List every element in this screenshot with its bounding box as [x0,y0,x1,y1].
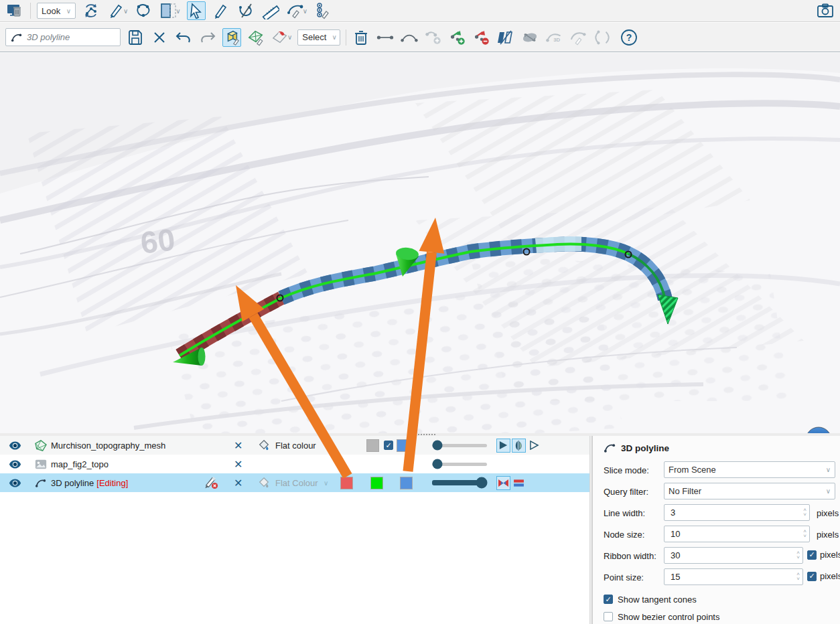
ribbon-width-input[interactable]: 30 ˄˅ [664,547,803,564]
spinner-buttons[interactable]: ˄˅ [796,550,800,560]
layer-row-map-image[interactable]: map_fig2_topo ✕ [0,455,589,473]
select-mode-label: Select [302,32,326,42]
remove-layer-button[interactable]: ✕ [234,455,242,473]
disc-icon [521,29,539,46]
3d-curve-button[interactable]: 3D [545,28,563,47]
slicer-box-button[interactable] [159,1,178,20]
opacity-slider[interactable] [432,436,487,455]
help-button[interactable]: ? [620,28,638,47]
look-dropdown[interactable]: Look ∨ [37,3,76,19]
draw-on-slicer-button[interactable] [222,28,241,47]
arc-icon [401,32,418,43]
delete-selection-button[interactable] [352,28,370,47]
draw-lines-button[interactable] [212,1,230,20]
show-tangent-cones-row[interactable]: ✓ Show tangent cones [604,594,832,605]
chevron-down-icon[interactable]: ∨ [303,7,307,15]
toolbar-separator [346,29,346,46]
splitter-grip [410,434,437,435]
undo-button[interactable] [174,28,193,47]
discard-button[interactable] [150,28,169,47]
ribbon-style-options [496,473,527,492]
snapping-button[interactable] [271,28,289,47]
spinner-buttons[interactable]: ˄˅ [803,508,807,517]
line-width-input[interactable]: 3 ˄˅ [664,504,810,521]
remove-node-button[interactable] [472,28,491,47]
ribbon-colour-swatch-blue[interactable] [400,473,413,492]
render-back-faces-button[interactable] [527,439,541,453]
opacity-slider[interactable] [432,455,487,473]
disc-button[interactable] [520,28,539,47]
clear-scene-button[interactable] [5,1,24,20]
draw-polyline-slash-button[interactable] [236,1,255,20]
select-cursor-button[interactable] [187,1,206,20]
select-mode-dropdown[interactable]: Select ∨ [297,29,340,46]
toolbar-separator [30,3,31,19]
screenshot-button[interactable] [816,1,835,20]
show-bezier-row[interactable]: ✓ Show bezier control points [604,611,832,622]
curved-segment-button[interactable] [400,28,419,47]
polyline-loop-button[interactable] [134,1,153,20]
chevron-down-icon[interactable]: ∨ [287,33,292,41]
edit-points-button[interactable] [313,1,332,20]
straight-segment-button[interactable] [376,28,395,47]
ribbon-pixels-checkbox[interactable]: ✓ [807,550,817,560]
render-both-faces-button[interactable] [512,439,526,453]
opacity-slider[interactable] [432,473,487,492]
save-button[interactable] [126,28,145,47]
chevron-down-icon[interactable]: ∨ [123,7,128,15]
points-pencil-icon [315,2,331,19]
show-tangent-cones-label: Show tangent cones [618,595,697,605]
redo-button[interactable] [198,28,217,47]
draw-slicer-button[interactable] [107,1,125,20]
visibility-eye-icon[interactable] [9,473,21,492]
main-toolbar: Look ∨ ∨ [0,0,840,22]
slice-mode-dropdown[interactable]: From Scene ∨ [664,461,835,478]
chevron-down-icon[interactable]: ∨ [176,7,180,15]
colour-mode-label[interactable]: Flat colour [275,436,316,455]
flip-plane-button[interactable] [496,28,515,47]
bezier-button[interactable] [593,28,612,47]
show-bezier-checkbox[interactable]: ✓ [604,612,613,621]
point-pixels-checkbox[interactable]: ✓ [807,572,817,581]
polyline-name-field[interactable]: 3D polyline [5,28,121,46]
scene-viewport[interactable]: 60 [0,53,840,433]
point-size-row: Point size: 15 ˄˅ ✓ pixels [602,568,832,590]
point-size-input[interactable]: 15 ˄˅ [664,568,803,585]
stop-editing-button[interactable] [204,473,219,492]
visibility-eye-icon[interactable] [9,436,21,455]
ribbon-stripes-style-button[interactable] [512,476,526,490]
chevron-down-icon[interactable]: ∨ [324,473,328,492]
render-front-faces-button[interactable] [496,439,510,453]
query-filter-dropdown[interactable]: No Filter ∨ [664,483,835,499]
colour-mode-label[interactable]: Flat Colour [275,473,318,492]
show-tangent-cones-checkbox[interactable]: ✓ [604,595,613,604]
draw-curve-button[interactable] [286,1,305,20]
visibility-eye-icon[interactable] [9,455,21,473]
spinner-buttons[interactable]: ˄˅ [796,572,800,581]
line-colour-swatch-red[interactable] [340,473,353,492]
add-node-button[interactable] [448,28,467,47]
draw-on-mesh-button[interactable] [247,28,265,47]
flip-plane-icon [497,29,514,46]
terrain-contour-label: 60 [139,222,177,260]
ribbon-bowtie-style-button[interactable] [496,476,510,490]
two-sided-checkbox[interactable]: ✓ [384,436,393,455]
layer-row-3d-polyline[interactable]: 3D polyline [Editing] ✕ Flat Colour ∨ [0,473,589,492]
spinner-buttons[interactable]: ˄˅ [803,529,807,538]
remove-layer-button[interactable]: ✕ [234,473,242,492]
back-colour-swatch[interactable] [366,436,379,455]
draw-tangent-button[interactable] [569,28,587,47]
new-part-button[interactable] [424,28,443,47]
layer-row-topography-mesh[interactable]: Murchison_topography_mesh ✕ Flat colour … [0,436,589,455]
remove-layer-button[interactable]: ✕ [234,436,242,455]
pixels-label: pixels [817,530,839,540]
line-width-row: Line width: 3 ˄˅ pixels [602,504,832,526]
node-colour-swatch-green[interactable] [370,473,383,492]
shape-list-panel: Murchison_topography_mesh ✕ Flat colour … [0,436,589,624]
ruler-button[interactable] [261,1,280,20]
segment-icon [376,33,394,42]
front-colour-swatch[interactable] [397,436,409,455]
node-size-input[interactable]: 10 ˄˅ [664,526,810,542]
properties-title-text: 3D polyline [621,443,669,453]
rotate-polyline-button[interactable] [82,1,100,20]
